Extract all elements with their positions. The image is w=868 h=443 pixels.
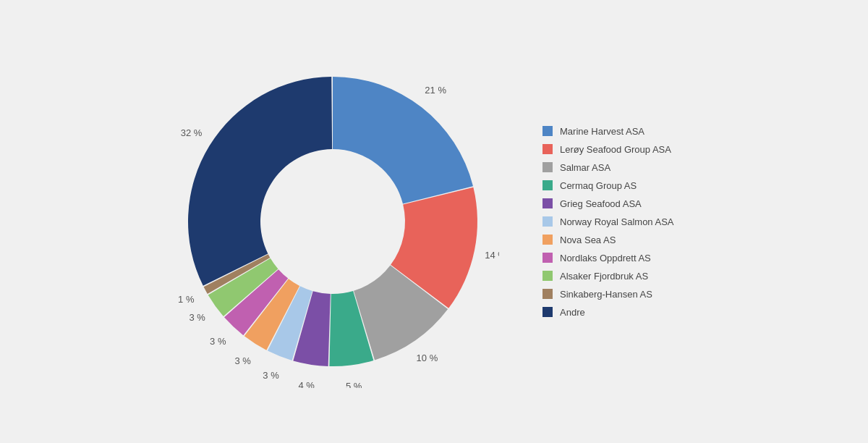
legend-item-grieg: Grieg Seafood ASA	[542, 198, 702, 209]
legend-color-alsaker	[542, 271, 553, 281]
legend-item-marine-harvest: Marine Harvest ASA	[542, 126, 702, 137]
label-marine-harvest: 21 %	[425, 85, 446, 96]
legend-color-nordlaks	[542, 253, 553, 263]
legend-color-andre	[542, 307, 553, 317]
legend-color-sinkaberg	[542, 289, 553, 299]
legend-label-nordlaks: Nordlaks Oppdrett AS	[560, 253, 651, 263]
legend-color-norway-royal	[542, 216, 553, 227]
legend-item-salmar: Salmar ASA	[542, 162, 702, 173]
donut-chart: 21 %14 %10 %5 %4 %3 %3 %3 %3 %1 %32 %	[166, 55, 499, 388]
segment-andre	[188, 77, 332, 286]
legend-item-norway-royal: Norway Royal Salmon ASA	[542, 216, 702, 227]
label-cermaq: 5 %	[346, 381, 362, 388]
legend-item-sinkaberg: Sinkaberg-Hansen AS	[542, 289, 702, 300]
legend-color-salmar	[542, 162, 553, 172]
legend-color-nova-sea	[542, 235, 553, 245]
legend-item-leroy: Lerøy Seafood Group ASA	[542, 144, 702, 155]
legend-color-grieg	[542, 198, 553, 208]
legend-item-andre: Andre	[542, 307, 702, 318]
legend-label-sinkaberg: Sinkaberg-Hansen AS	[560, 289, 652, 300]
label-andre: 32 %	[181, 127, 203, 138]
legend-item-nordlaks: Nordlaks Oppdrett AS	[542, 253, 702, 263]
legend-color-leroy	[542, 144, 553, 154]
donut-svg: 21 %14 %10 %5 %4 %3 %3 %3 %3 %1 %32 %	[166, 55, 499, 388]
legend-label-marine-harvest: Marine Harvest ASA	[560, 126, 644, 137]
label-nova-sea: 3 %	[234, 355, 251, 366]
legend-label-cermaq: Cermaq Group AS	[560, 180, 637, 191]
legend-label-nova-sea: Nova Sea AS	[560, 235, 616, 245]
legend: Marine Harvest ASALerøy Seafood Group AS…	[542, 126, 702, 318]
label-nordlaks: 3 %	[210, 336, 226, 347]
label-norway-royal: 3 %	[263, 370, 279, 381]
legend-color-marine-harvest	[542, 126, 553, 136]
label-salmar: 10 %	[417, 353, 438, 363]
legend-item-alsaker: Alsaker Fjordbruk AS	[542, 271, 702, 282]
legend-color-cermaq	[542, 180, 553, 190]
label-sinkaberg: 1 %	[178, 294, 195, 305]
legend-label-salmar: Salmar ASA	[560, 162, 610, 173]
legend-label-leroy: Lerøy Seafood Group ASA	[560, 144, 671, 155]
legend-label-grieg: Grieg Seafood ASA	[560, 198, 642, 209]
legend-item-cermaq: Cermaq Group AS	[542, 180, 702, 191]
legend-label-andre: Andre	[560, 307, 585, 318]
legend-label-alsaker: Alsaker Fjordbruk AS	[560, 271, 648, 282]
legend-item-nova-sea: Nova Sea AS	[542, 235, 702, 245]
segment-marine-harvest	[333, 77, 473, 204]
legend-label-norway-royal: Norway Royal Salmon ASA	[560, 216, 674, 227]
chart-container: 21 %14 %10 %5 %4 %3 %3 %3 %3 %1 %32 % Ma…	[36, 55, 832, 388]
label-grieg: 4 %	[298, 380, 315, 388]
label-leroy: 14 %	[485, 250, 499, 261]
label-alsaker: 3 %	[189, 312, 205, 323]
